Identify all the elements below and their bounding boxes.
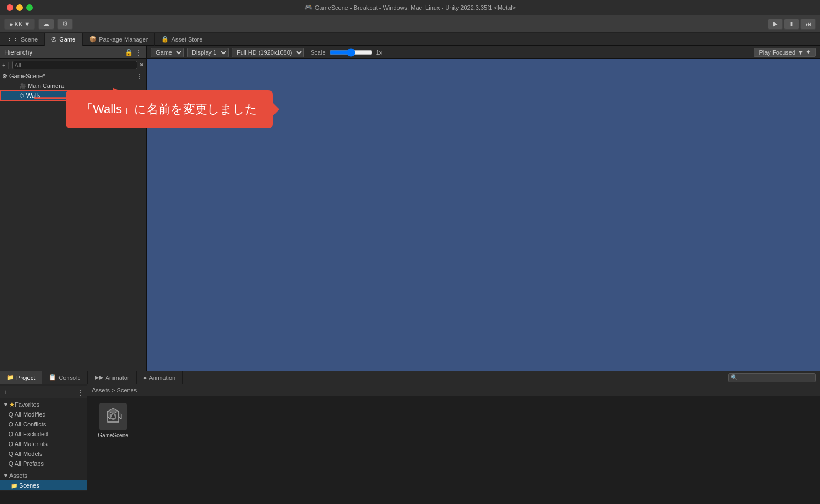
callout-box: 「Walls」に名前を変更しました (66, 90, 273, 128)
assets-grid: GameScene (87, 396, 820, 491)
play-focused-label: Play Focused (759, 49, 795, 56)
sidebar-item-all-conflicts[interactable]: Q All Conflicts (0, 419, 87, 429)
play-focused-dropdown-icon[interactable]: ▼ (798, 49, 804, 56)
project-sidebar-toolbar: + ⋮ (0, 386, 87, 398)
window-controls (7, 4, 33, 11)
assets-area: Assets > Scenes (87, 384, 820, 491)
animation-tab-label: Animation (149, 374, 175, 381)
maximize-button[interactable] (26, 4, 33, 11)
asset-store-tab-label: Asset Store (171, 36, 202, 43)
hierarchy-item-main-camera[interactable]: 🎥 Main Camera (0, 81, 146, 91)
cloud-button[interactable]: ☁ (38, 19, 54, 30)
project-search-input[interactable] (739, 374, 813, 381)
project-tab-icon: 📁 (7, 374, 14, 381)
hierarchy-add-button[interactable]: + (2, 62, 5, 68)
console-tab-label: Console (58, 374, 80, 381)
assets-header[interactable]: ▼ Assets (0, 471, 87, 480)
scale-label: Scale (311, 49, 326, 56)
tab-animation[interactable]: ● Animation (137, 371, 183, 384)
tab-project[interactable]: 📁 Project (0, 371, 42, 384)
hierarchy-search[interactable] (12, 61, 137, 69)
assets-label: Assets (9, 472, 27, 479)
bottom-panel: 📁 Project 📋 Console ▶▶ Animator ● Animat… (0, 371, 820, 491)
main-camera-label: Main Camera (28, 83, 64, 89)
sidebar-item-packages[interactable]: 📁 Packages (0, 490, 87, 491)
search-icon: Q (9, 421, 13, 427)
tab-console[interactable]: 📋 Console (42, 371, 87, 384)
hierarchy-title-group: Hierarchy (4, 49, 32, 56)
favorites-header[interactable]: ▼ ★ Favorites (0, 400, 87, 409)
hierarchy-toolbar: + | ✕ (0, 59, 146, 71)
bottom-tabs: 📁 Project 📋 Console ▶▶ Animator ● Animat… (0, 371, 820, 384)
account-button[interactable]: ● KK ▼ (4, 19, 35, 30)
hierarchy-more-icon[interactable]: ⋮ (135, 49, 142, 56)
project-add-button[interactable]: + (3, 388, 8, 396)
game-toolbar: Game Display 1 Full HD (1920x1080) Scale… (147, 46, 820, 59)
settings-button[interactable]: ⚙ (57, 19, 73, 30)
step-button[interactable]: ⏭ (800, 19, 816, 30)
dropdown-icon: ▼ (24, 21, 30, 27)
callout-text: 「Walls」に名前を変更しました (81, 101, 257, 118)
unity-icon: 🎮 (304, 4, 312, 11)
sidebar-item-all-models[interactable]: Q All Models (0, 449, 87, 459)
asset-store-tab-icon: 🔒 (161, 36, 169, 43)
animator-tab-icon: ▶▶ (95, 374, 103, 381)
scene-tab-label: Scene (21, 36, 38, 43)
unity-cube-svg (103, 407, 123, 426)
account-icon: ● (9, 21, 13, 27)
sidebar-item-all-prefabs[interactable]: Q All Prefabs (0, 459, 87, 468)
camera-icon: 🎥 (20, 83, 26, 89)
sidebar-item-scenes[interactable]: 📁 Scenes (0, 480, 87, 490)
tab-asset-store[interactable]: 🔒 Asset Store (155, 33, 209, 46)
package-tab-icon: 📦 (89, 36, 97, 43)
walls-label: Walls (26, 92, 40, 99)
pause-button[interactable]: ⏸ (784, 19, 799, 30)
console-tab-icon: 📋 (49, 374, 56, 381)
assets-chevron: ▼ (3, 473, 8, 478)
play-button[interactable]: ▶ (768, 19, 783, 30)
asset-item-gamescene[interactable]: GameScene (94, 403, 132, 438)
window-title: GameScene - Breakout - Windows, Mac, Lin… (315, 4, 516, 11)
hierarchy-header: Hierarchy 🔒 ⋮ (0, 46, 146, 59)
display-dropdown[interactable]: Display 1 (187, 48, 229, 57)
cloud-icon: ☁ (43, 20, 49, 27)
search-clear-icon[interactable]: ✕ (139, 62, 144, 68)
sidebar-item-all-materials[interactable]: Q All Materials (0, 439, 87, 449)
assets-section: ▼ Assets 📁 Scenes 📁 Packages (0, 470, 87, 491)
folder-icon: 📁 (11, 483, 17, 489)
play-icon: ▶ (773, 20, 777, 27)
minimize-button[interactable] (16, 4, 23, 11)
search-icon: Q (9, 451, 13, 457)
animation-tab-icon: ● (143, 374, 147, 381)
walls-icon: ⬡ (20, 93, 24, 98)
package-tab-label: Package Manager (99, 36, 148, 43)
hierarchy-lock-icon[interactable]: 🔒 (125, 49, 133, 56)
tab-scene[interactable]: ⋮⋮ Scene (0, 33, 45, 46)
game-tab-label: Game (59, 36, 75, 43)
game-dropdown[interactable]: Game (151, 48, 184, 57)
breadcrumb: Assets > Scenes (92, 387, 137, 394)
tab-animator[interactable]: ▶▶ Animator (88, 371, 137, 384)
favorites-label: ★ (9, 401, 15, 408)
hierarchy-label: Hierarchy (4, 49, 32, 56)
resolution-dropdown[interactable]: Full HD (1920x1080) (232, 48, 304, 57)
account-label: KK (15, 21, 23, 27)
hierarchy-item-gamescene[interactable]: ⚙ GameScene* ⋮ (0, 71, 146, 81)
sidebar-item-all-excluded[interactable]: Q All Excluded (0, 429, 87, 439)
tab-package-manager[interactable]: 📦 Package Manager (83, 33, 155, 46)
favorites-text: Favorites (15, 401, 39, 408)
tab-game[interactable]: ◎ Game (45, 33, 83, 46)
close-button[interactable] (7, 4, 13, 11)
main-toolbar: ● KK ▼ ☁ ⚙ ▶ ⏸ ⏭ (0, 15, 820, 33)
project-more-icon[interactable]: ⋮ (77, 389, 84, 396)
sidebar-item-all-modified[interactable]: Q All Modified (0, 409, 87, 419)
pause-icon: ⏸ (789, 21, 795, 27)
project-sidebar: + ⋮ ▼ ★ Favorites Q All Modified Q All C… (0, 384, 87, 491)
bottom-content: + ⋮ ▼ ★ Favorites Q All Modified Q All C… (0, 384, 820, 491)
gamescene-more-icon[interactable]: ⋮ (137, 73, 143, 79)
vfx-icon: ✦ (806, 49, 811, 56)
title-bar: 🎮 GameScene - Breakout - Windows, Mac, L… (0, 0, 820, 15)
play-focused-button[interactable]: Play Focused ▼ ✦ (754, 48, 816, 57)
scale-slider[interactable] (329, 48, 373, 57)
assets-toolbar: Assets > Scenes (87, 384, 820, 396)
